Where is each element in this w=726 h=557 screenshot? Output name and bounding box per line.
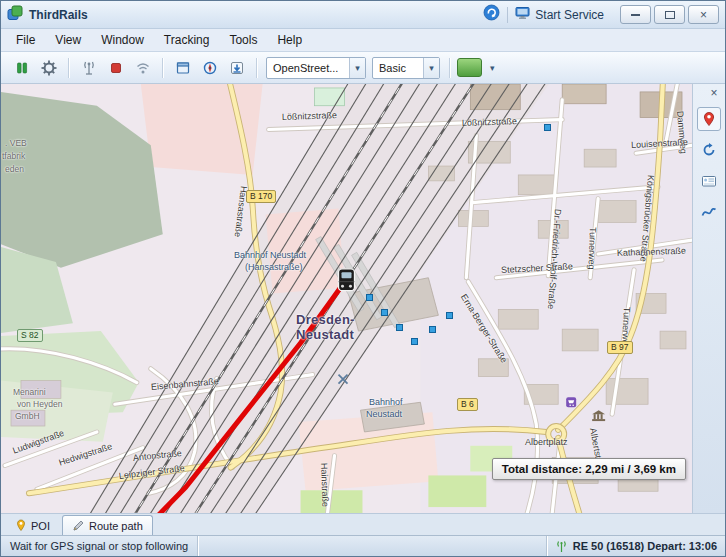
status-train-info: RE 50 (16518) Depart: 13:06	[546, 536, 725, 556]
map-label: Menarini	[13, 387, 46, 397]
waypoint-marker[interactable]	[411, 338, 418, 345]
download-button[interactable]	[224, 56, 249, 79]
map-row: . VEBtfabrikedenHansastraßeLößnitzstraße…	[1, 84, 725, 513]
menu-item-help[interactable]: Help	[268, 30, 311, 50]
status-train-text: RE 50 (16518) Depart: 13:06	[573, 540, 717, 552]
map-label: Dresden-	[296, 312, 355, 327]
titlebar-right: Start Service ×	[483, 4, 719, 25]
waypoint-marker[interactable]	[381, 309, 388, 316]
waypoint-marker[interactable]	[366, 294, 373, 301]
map-label: tfabrik	[2, 151, 25, 161]
menu-item-window[interactable]: Window	[92, 30, 153, 50]
map-label: Dammweg	[675, 111, 689, 155]
map-close-button[interactable]: ×	[706, 86, 722, 100]
start-service-label: Start Service	[535, 8, 604, 22]
map-label: Eisenbahnstraße	[151, 376, 220, 392]
menu-item-file[interactable]: File	[7, 30, 44, 50]
road-ref-badge: S 82	[17, 329, 43, 342]
chevron-down-icon: ▾	[423, 58, 439, 78]
map-label: Antonstraße	[132, 448, 182, 463]
titlebar[interactable]: ThirdRails Start Service ×	[1, 1, 725, 29]
tab-poi[interactable]: POI	[6, 516, 59, 535]
map-label: Bahnhof Neustadt	[234, 250, 306, 260]
pencil-icon	[72, 519, 85, 532]
map-label: von Heyden	[17, 399, 62, 409]
compass-button[interactable]	[197, 56, 222, 79]
green-swatch-icon	[457, 58, 482, 77]
menu-item-view[interactable]: View	[46, 30, 90, 50]
wifi-button[interactable]	[130, 56, 155, 79]
map-pin-icon	[701, 111, 717, 127]
map-label: . VEB	[5, 138, 27, 148]
map-provider-select[interactable]: OpenStreet... ▾	[266, 57, 366, 79]
pause-icon	[14, 60, 30, 76]
map-label: Albertplatz	[525, 437, 568, 447]
waypoint-marker[interactable]	[429, 326, 436, 333]
map-style-value: Basic	[373, 62, 423, 74]
tab-route-path[interactable]: Route path	[62, 515, 153, 535]
poi-pin-icon	[15, 519, 27, 532]
map-label: GmbH	[15, 411, 40, 421]
titlebar-separator	[507, 7, 508, 23]
menu-item-tracking[interactable]: Tracking	[155, 30, 219, 50]
wifi-icon	[135, 60, 151, 76]
bottom-tabbar: POI Route path	[1, 513, 725, 535]
navigation-button[interactable]	[697, 138, 721, 162]
tab-route-path-label: Route path	[89, 520, 143, 532]
map-label: Bahnhof	[369, 397, 403, 407]
window-title: ThirdRails	[29, 8, 88, 22]
minimize-button[interactable]	[620, 5, 651, 24]
map-label: Lößnitzstraße	[282, 110, 337, 122]
window-controls: ×	[617, 5, 719, 24]
map-label: Hainstraße	[319, 463, 331, 507]
toolbar-separator	[162, 58, 163, 78]
map-canvas[interactable]: . VEBtfabrikedenHansastraßeLößnitzstraße…	[1, 84, 692, 513]
map-window-button[interactable]	[170, 56, 195, 79]
pause-button[interactable]	[9, 56, 34, 79]
toolbar: OpenStreet... ▾ Basic ▾ ▾	[1, 52, 725, 84]
map-window-icon	[175, 60, 191, 76]
map-label: Ludwigstraße	[11, 428, 65, 456]
road-ref-badge: B 170	[246, 190, 276, 203]
stop-button[interactable]	[103, 56, 128, 79]
toolbar-separator	[256, 58, 257, 78]
road-ref-badge: B 6	[457, 398, 478, 411]
map-label: Lößnitzstraße	[462, 116, 517, 128]
map-label: Neustadt	[366, 409, 402, 419]
menu-item-tools[interactable]: Tools	[220, 30, 266, 50]
antenna-icon	[81, 60, 97, 76]
antenna-button[interactable]	[76, 56, 101, 79]
info-card-button[interactable]	[697, 169, 721, 193]
app-icon	[7, 5, 23, 25]
map-labels: . VEBtfabrikedenHansastraßeLößnitzstraße…	[1, 84, 692, 513]
map-label: Hedwigstraße	[57, 441, 113, 468]
settings-button[interactable]	[36, 56, 61, 79]
curve-icon	[701, 204, 717, 220]
map-label: Neustadt	[296, 327, 354, 342]
status-message: Wait for GPS signal or stop following	[1, 536, 198, 556]
map-label: (Hansastraße)	[245, 262, 303, 272]
statusbar: Wait for GPS signal or stop following RE…	[1, 535, 725, 556]
start-service-button[interactable]: Start Service	[515, 6, 604, 23]
service-icon	[515, 6, 530, 23]
route-profile-button[interactable]	[697, 200, 721, 224]
info-card-icon	[701, 173, 717, 189]
waypoint-marker[interactable]	[544, 124, 551, 131]
waypoint-marker[interactable]	[446, 312, 453, 319]
close-button[interactable]: ×	[688, 5, 719, 24]
waypoint-marker[interactable]	[396, 324, 403, 331]
map-provider-value: OpenStreet...	[267, 62, 349, 74]
app-window: ThirdRails Start Service × File View Win…	[0, 0, 726, 557]
tab-poi-label: POI	[31, 520, 50, 532]
maximize-button[interactable]	[654, 5, 685, 24]
menubar: File View Window Tracking Tools Help	[1, 29, 725, 52]
sync-icon[interactable]	[483, 4, 500, 25]
toolbar-separator	[68, 58, 69, 78]
poi-pin-button[interactable]	[697, 107, 721, 131]
map-label: Katharinenstraße	[617, 246, 686, 258]
map-style-select[interactable]: Basic ▾	[372, 57, 440, 79]
layer-color-dropdown[interactable]: ▾	[484, 57, 499, 78]
distance-tooltip: Total distance: 2,29 mi / 3,69 km	[492, 458, 686, 480]
layer-color-button[interactable]	[457, 56, 482, 79]
gear-icon	[41, 60, 57, 76]
